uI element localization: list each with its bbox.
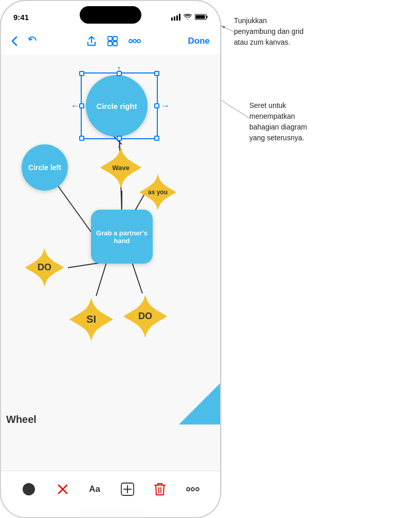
annotation-line-2 — [221, 0, 420, 518]
svg-point-12 — [133, 40, 136, 43]
node-do-left[interactable]: DO — [23, 246, 66, 289]
node-label: Grab a partner's hand — [91, 229, 153, 245]
arrow-up[interactable]: ↑ — [117, 64, 121, 75]
svg-line-19 — [68, 263, 101, 268]
share-button[interactable] — [86, 35, 97, 47]
grid-button[interactable] — [107, 35, 118, 47]
svg-rect-0 — [171, 17, 173, 21]
arrow-right[interactable]: → — [160, 101, 170, 112]
done-button[interactable]: Done — [188, 36, 210, 46]
svg-rect-7 — [108, 36, 112, 41]
svg-rect-3 — [179, 14, 180, 21]
svg-line-35 — [221, 100, 249, 118]
arrow-left[interactable]: ← — [70, 101, 80, 112]
text-tool-button[interactable]: Aa — [89, 484, 100, 494]
status-time: 9:41 — [13, 13, 29, 22]
svg-rect-8 — [113, 36, 117, 41]
arrow-down[interactable]: ↓ — [117, 139, 121, 150]
annotation-line-1 — [221, 0, 420, 518]
svg-rect-1 — [174, 16, 175, 21]
wheel-text: Wheel — [6, 414, 36, 425]
svg-rect-6 — [196, 15, 205, 19]
node-circle-right[interactable]: Circle right — [86, 75, 148, 137]
pen-tool-button[interactable] — [57, 483, 69, 495]
add-shape-button[interactable] — [121, 483, 134, 496]
annotation-drag-text: Seret untuk menempatkan bahagian diagram… — [249, 100, 307, 143]
node-label: Circle right — [96, 102, 137, 110]
sa-text: Sa — [197, 406, 215, 422]
svg-point-11 — [129, 40, 132, 43]
do-left-label: DO — [38, 262, 51, 273]
circle-tool-button[interactable] — [22, 482, 36, 496]
phone-frame: 9:41 — [0, 0, 221, 518]
back-button[interactable] — [11, 36, 17, 46]
node-label: Circle left — [28, 163, 61, 172]
delete-button[interactable] — [154, 483, 166, 496]
svg-point-32 — [196, 488, 199, 491]
svg-line-21 — [132, 263, 142, 293]
annotation-grid-text: Tunjukkan penyambung dan grid atau zum k… — [234, 15, 303, 48]
wifi-icon — [184, 14, 192, 20]
si-label: SI — [86, 313, 96, 325]
signal-icon — [171, 14, 180, 21]
canvas-area[interactable]: ↑ ↓ ← → Circle right Circle left Wave as… — [1, 54, 220, 471]
do-right-label: DO — [138, 311, 152, 322]
svg-rect-2 — [176, 15, 178, 21]
node-grab-partner[interactable]: Grab a partner's hand — [91, 210, 153, 264]
status-icons — [171, 14, 208, 21]
node-do-right[interactable]: DO — [121, 292, 170, 341]
toolbar: Done — [1, 28, 220, 54]
undo-button[interactable] — [28, 36, 39, 46]
node-si[interactable]: SI — [67, 295, 116, 344]
more-options-button[interactable] — [186, 487, 199, 491]
as-you-label: as you — [148, 189, 168, 196]
node-circle-left[interactable]: Circle left — [22, 144, 68, 191]
node-as-you[interactable]: as you — [137, 172, 178, 213]
svg-rect-5 — [207, 16, 208, 18]
wave-label: Wave — [112, 164, 129, 172]
battery-icon — [195, 14, 208, 20]
bottom-toolbar: Aa — [1, 471, 220, 517]
svg-rect-9 — [108, 42, 112, 46]
svg-point-13 — [137, 40, 140, 43]
svg-point-31 — [191, 488, 194, 491]
svg-line-33 — [221, 26, 234, 32]
svg-point-30 — [187, 488, 190, 491]
more-button[interactable] — [129, 39, 141, 43]
svg-point-22 — [23, 483, 35, 495]
svg-rect-10 — [113, 42, 117, 46]
svg-line-20 — [96, 263, 106, 296]
status-bar: 9:41 — [1, 1, 220, 27]
annotation-area: Tunjukkan penyambung dan grid atau zum k… — [221, 0, 420, 518]
